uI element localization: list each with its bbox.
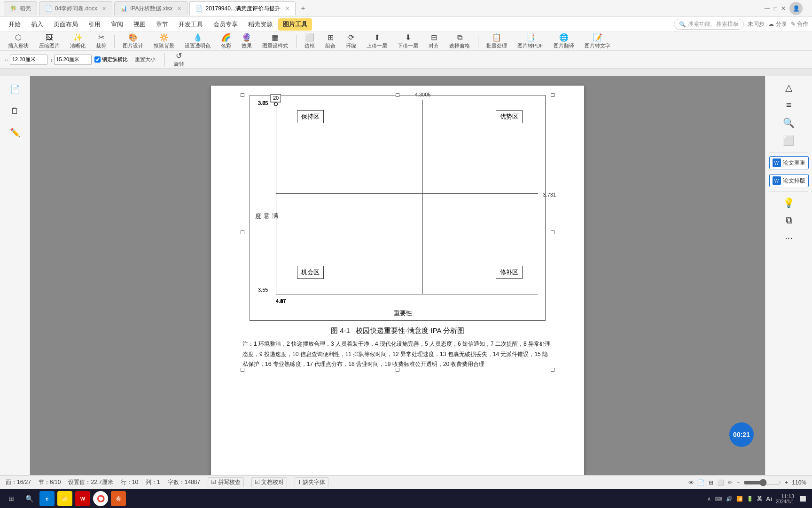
chart-wrapper[interactable]: 满意度 3.85 3.75 3.65 3.55 [242,95,553,370]
tab-daoke[interactable]: 🎋 稻壳 [4,1,37,16]
status-spellcheck[interactable]: ☑ 拼写校查 [208,477,243,487]
taskbar-app-wps[interactable]: W [75,491,90,506]
tab-close[interactable]: ✕ [285,6,289,12]
view-multi-icon[interactable]: ⊞ [709,479,713,486]
tab-close[interactable]: ✕ [102,6,106,12]
pic-translate-btn[interactable]: 🌐 图片翻译 [549,31,578,51]
menu-ref[interactable]: 引用 [84,18,105,31]
view-outline-icon[interactable]: ✏ [728,479,733,486]
status-doccheck[interactable]: ☑ 文档校对 [251,477,287,487]
handle-bl[interactable] [241,368,244,372]
handle-tr[interactable] [551,93,554,97]
window-control-min[interactable]: — [765,5,770,12]
group-btn[interactable]: ⊞ 组合 [321,31,340,51]
insert-shape-btn[interactable]: ⬡ 插入形状 [4,31,33,51]
zoom-slider[interactable] [743,479,781,486]
tray-speaker[interactable]: 🔊 [726,496,733,502]
menu-review[interactable]: 审阅 [106,18,128,31]
effect-btn[interactable]: 🔮 效果 [237,31,256,51]
window-control-close[interactable]: ✕ [781,5,786,12]
menu-insert[interactable]: 插入 [26,18,48,31]
right-tool-zoom[interactable]: 🔍 [769,115,809,130]
pic-to-pdf-btn[interactable]: 📑 图片转PDF [513,31,547,51]
left-tool-note[interactable]: 🗒 [4,102,26,120]
pic-design-btn[interactable]: 🎨 图片设计 [118,31,148,51]
search-bar[interactable]: 🔍 搜索功能、搜索模板 [674,19,744,30]
handle-ml[interactable] [241,230,244,234]
batch-btn[interactable]: 📋 批量处理 [482,31,511,51]
handle-tl[interactable] [241,93,244,97]
cooperate-btn[interactable]: ✎ 合作 [791,20,808,28]
border-btn[interactable]: ⬜ 边框 [300,31,319,51]
tab-xlsx[interactable]: 📊 IPA分析数据.xlsx ✕ [114,1,187,16]
tab-active[interactable]: 📄 20179940...满意度评价与提升 ✕ [189,1,295,16]
menu-view[interactable]: 视图 [129,18,150,31]
view-read-icon[interactable]: 👁 [688,479,694,486]
share-btn[interactable]: ☁ 分享 [768,20,787,28]
right-tool-crop[interactable]: ⬜ [769,133,809,148]
move-down-btn[interactable]: ⬇ 下移一层 [393,31,422,51]
taskbar-app-chrome[interactable]: ⭕ [93,491,108,506]
remove-bg-btn[interactable]: 🔆 抠除背景 [149,31,179,51]
color-btn[interactable]: 🌈 色彩 [217,31,235,51]
pic-to-text-btn[interactable]: 📝 图片转文字 [580,31,615,51]
left-tool-doc[interactable]: 📄 [4,80,26,99]
menu-start[interactable]: 开始 [4,18,25,31]
tray-network[interactable]: 📶 [736,496,743,502]
left-tool-edit[interactable]: ✏️ [4,123,26,142]
timer-circle[interactable]: 00:21 [729,422,754,447]
select-pane-btn[interactable]: ⧉ 选择窗格 [445,32,474,51]
menu-picture-tool[interactable]: 图片工具 [278,18,312,31]
taskbar-app-youdao[interactable]: 有 [111,491,126,506]
handle-tc[interactable] [396,93,399,97]
sync-btn[interactable]: 未同步 [748,20,765,28]
right-tool-up[interactable]: △ [769,80,809,95]
wrap-btn[interactable]: ⟳ 环绕 [342,31,360,51]
taskbar-search[interactable]: 🔍 [22,491,37,506]
lock-ratio-checkbox[interactable] [94,56,101,63]
view-page-icon[interactable]: 📄 [698,479,705,486]
transparent-btn[interactable]: 💧 设置透明色 [180,31,215,51]
handle-br[interactable] [551,368,554,372]
new-tab-button[interactable]: + [297,3,309,14]
height-input[interactable] [54,55,92,65]
menu-daoke-res[interactable]: 稻壳资源 [243,18,277,31]
right-tool-copy[interactable]: ⧉ [769,213,809,228]
show-desktop[interactable]: ⬜ [798,496,808,502]
tray-battery[interactable]: 🔋 [747,496,753,502]
crop-btn[interactable]: ✂ 裁剪 [92,31,110,51]
compress-btn[interactable]: 🖼 压缩图片 [35,32,64,51]
taskbar-start[interactable]: ⊞ [4,491,19,506]
menu-chapter[interactable]: 章节 [151,18,173,31]
view-split-icon[interactable]: ⬜ [717,479,724,486]
user-avatar[interactable]: 👤 [789,2,803,15]
right-tool-light[interactable]: 💡 [769,195,809,210]
status-font[interactable]: T 缺失字体 [295,477,328,487]
tray-expand[interactable]: ∧ [707,496,711,502]
tray-keyboard[interactable]: ⌨ [715,496,722,502]
right-tool-align[interactable]: ≡ [769,98,809,112]
taskbar-app-edge[interactable]: e [39,491,55,506]
reset-size-btn[interactable]: 重置大小 [131,54,160,65]
width-input[interactable] [10,55,47,65]
handle-mr[interactable] [551,230,554,234]
tab-doc1[interactable]: 📄 04李婷问卷.docx ✕ [39,1,112,16]
window-control-max[interactable]: □ [774,5,777,12]
handle-bc[interactable] [396,368,399,372]
menu-dev[interactable]: 开发工具 [174,18,208,31]
right-tool-paper-layout[interactable]: W 论文排版 [769,174,809,187]
tab-close[interactable]: ✕ [177,6,181,12]
right-tool-more[interactable]: ··· [769,230,809,245]
sharpen-btn[interactable]: ✨ 清晰化 [66,31,90,51]
tray-lang[interactable]: 英 [757,495,762,502]
move-up-btn[interactable]: ⬆ 上移一层 [362,31,391,51]
rotate-btn[interactable]: ↺ 旋转 [170,49,188,70]
align-btn[interactable]: ⊟ 对齐 [424,31,443,51]
menu-vip[interactable]: 会员专享 [209,18,242,31]
zoom-minus[interactable]: − [736,479,740,486]
zoom-plus[interactable]: + [785,479,788,486]
menu-layout[interactable]: 页面布局 [49,18,83,31]
pic-style-btn[interactable]: ▦ 图重设样式 [258,31,292,51]
right-tool-paper-check[interactable]: W 论文查重 [769,156,809,169]
tray-input[interactable]: Ai [766,495,772,502]
